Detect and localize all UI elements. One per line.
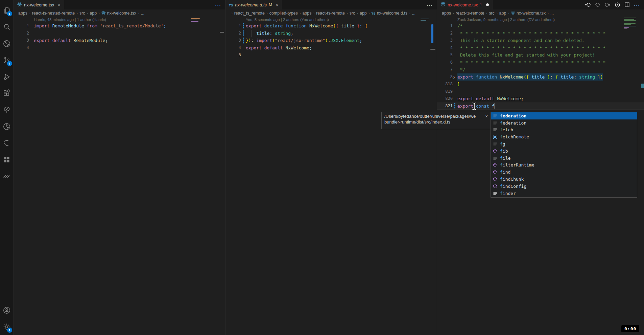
suggestion-fetchRemote[interactable]: fetchRemote — [491, 133, 637, 140]
suggest-details-popup: /Users/bytedance/outter/universe/package… — [381, 112, 491, 129]
extensions-icon[interactable] — [0, 85, 14, 102]
code-line-3: 3 This is a starter component and can be… — [437, 37, 644, 44]
breadcrumb-item[interactable]: ... — [412, 11, 415, 16]
run-debug-icon[interactable] — [0, 68, 14, 85]
history-icon[interactable] — [615, 2, 620, 8]
suggestion-findConfig[interactable]: findConfig — [491, 183, 637, 190]
suggestion-federation[interactable]: federation — [491, 119, 637, 127]
breadcrumb-label: app — [499, 11, 506, 16]
breadcrumb-item[interactable]: src — [489, 11, 495, 16]
breadcrumb-item[interactable]: react-ts-remote — [456, 11, 484, 16]
codestream-icon[interactable] — [0, 135, 14, 151]
symbol-method-icon — [492, 170, 498, 174]
source-control-icon[interactable]: 7 — [0, 52, 14, 68]
breadcrumb-item[interactable]: apps — [442, 11, 451, 16]
breadcrumb-item[interactable]: compiled-types — [269, 11, 298, 16]
symbol-method-icon — [492, 149, 498, 153]
grid-extension-icon[interactable] — [0, 151, 14, 168]
overview-marker — [641, 84, 644, 88]
suggestion-find[interactable]: find — [491, 169, 637, 176]
code-text: This is a starter component and can be d… — [457, 37, 585, 44]
breadcrumb-overflow-chevron[interactable]: › — [230, 11, 234, 15]
breadcrumb-label: nx-welcome.tsx — [107, 11, 136, 16]
tab-close-icon[interactable]: × — [58, 2, 61, 7]
suggestion-fetch[interactable]: fetch — [491, 127, 637, 134]
unsaved-dot-icon[interactable] — [486, 3, 489, 6]
tab-label: nx-welcome.tsx — [448, 2, 478, 7]
tab-nx-welcome.tsx[interactable]: nx-welcome.tsx1 — [437, 0, 493, 9]
overview-slider[interactable] — [220, 32, 224, 33]
tab-close-icon[interactable]: × — [276, 2, 278, 7]
circle-icon[interactable] — [595, 2, 600, 7]
suggestion-fib[interactable]: fib — [491, 148, 637, 155]
split-editor-icon[interactable] — [624, 2, 630, 7]
breadcrumb-item[interactable]: ... — [550, 11, 554, 16]
more-icon[interactable]: ··· — [427, 2, 433, 8]
gitlens-icon[interactable] — [0, 35, 14, 52]
code-editor[interactable]: Hanric, 48 minutes ago | 1 author (Hanri… — [14, 17, 225, 335]
chevron-right-icon: › — [452, 11, 455, 15]
search-icon[interactable] — [0, 19, 14, 35]
breadcrumb-item[interactable]: app — [90, 11, 97, 16]
line-number: 3 — [14, 37, 29, 44]
breadcrumb-label: react-ts-remote — [316, 11, 345, 16]
suggestion-finder[interactable]: finder — [491, 190, 637, 197]
tab-label: nx-welcome.tsx — [24, 2, 54, 7]
breadcrumb-item[interactable]: app — [360, 11, 367, 16]
breadcrumb-item[interactable]: ... — [141, 11, 144, 16]
breadcrumb-item[interactable]: TSnx-welcome.d.ts — [372, 11, 407, 16]
ts-file-icon: TS — [229, 2, 233, 7]
breadcrumb-item[interactable]: nx-welcome.tsx — [511, 10, 546, 16]
more-icon[interactable]: ··· — [215, 2, 221, 8]
breadcrumb-item[interactable]: src — [350, 11, 355, 16]
breadcrumb-item[interactable]: apps — [302, 11, 311, 16]
code-line-8: 8❯export function NxWelcome({ title }: {… — [437, 73, 644, 81]
fold-chevron-icon[interactable]: ❯ — [453, 73, 455, 81]
commit-graph-icon[interactable] — [0, 118, 14, 135]
suggestion-findChunk[interactable]: findChunk — [491, 176, 637, 183]
suggestion-federation[interactable]: federation — [491, 112, 637, 119]
tab-nx-welcome.d.ts[interactable]: TSnx-welcome.d.tsM× — [225, 0, 282, 9]
minimap[interactable] — [191, 18, 202, 22]
breadcrumb-item[interactable]: src — [79, 11, 85, 16]
suggest-details-path-line1: /Users/bytedance/outter/universe/package… — [384, 114, 484, 119]
tab-nx-welcome.tsx[interactable]: nx-welcome.tsx× — [14, 0, 64, 9]
wave-extension-icon[interactable] — [0, 168, 14, 184]
gutter — [29, 30, 34, 37]
breadcrumb-item[interactable]: react-ts-nested-remote — [32, 11, 75, 16]
tab-error-count: 1 — [480, 3, 482, 7]
nx-console-icon[interactable] — [0, 102, 14, 118]
breadcrumb-label: app — [360, 11, 367, 16]
overview-slider[interactable] — [430, 49, 435, 50]
breadcrumb-item[interactable]: react_ts_remote — [234, 11, 265, 16]
suggestion-fg[interactable]: fg — [491, 140, 637, 148]
chevron-right-icon: › — [75, 11, 79, 15]
breadcrumb-item[interactable]: nx-welcome.tsx — [101, 10, 136, 16]
gutter — [29, 44, 34, 52]
code-text: }): import("react/jsx-runtime").JSX.Elem… — [246, 37, 362, 44]
nav-back-circle-icon[interactable] — [585, 2, 591, 7]
code-editor[interactable]: You, 5 seconds ago | 2 authors (You and … — [225, 17, 437, 335]
minimap[interactable] — [421, 19, 429, 21]
line-number: 6 — [437, 59, 453, 66]
git-modified-gutter-marker — [454, 103, 455, 109]
tab-bar: nx-welcome.tsx1··· — [437, 0, 644, 9]
react-file-icon — [101, 10, 106, 16]
suggestion-file[interactable]: file — [491, 155, 637, 162]
code-text: */ — [457, 66, 465, 73]
minimap[interactable] — [624, 18, 638, 30]
breadcrumb-item[interactable]: apps — [18, 11, 27, 16]
settings-icon[interactable]: 1 — [0, 318, 14, 335]
suggestion-filterRuntime[interactable]: filterRuntime — [491, 162, 637, 169]
circle-arrow-right-icon[interactable] — [604, 2, 611, 7]
source-control-badge: 7 — [7, 61, 13, 66]
breadcrumb-item[interactable]: app — [499, 11, 506, 16]
chevron-right-icon: › — [546, 11, 550, 15]
close-icon[interactable]: × — [485, 114, 488, 119]
code-line-1: 1export declare function NxWelcome({ tit… — [225, 22, 437, 30]
explorer-icon[interactable]: 1 — [0, 2, 14, 19]
breadcrumb-item[interactable]: react-ts-remote — [316, 11, 345, 16]
more-icon[interactable]: ··· — [634, 2, 640, 8]
gutter — [241, 51, 246, 59]
accounts-icon[interactable] — [0, 302, 14, 318]
